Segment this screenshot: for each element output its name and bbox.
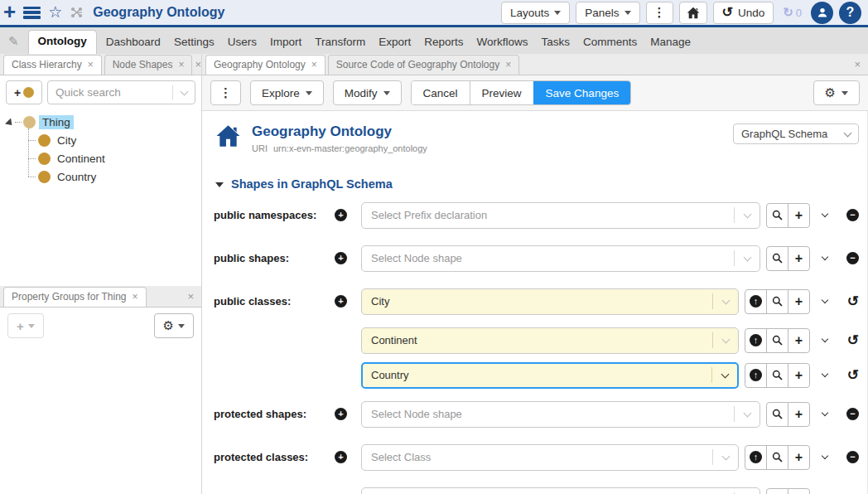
hamburger-menu-icon[interactable]: [23, 7, 41, 19]
collapse-chevron-icon[interactable]: [822, 336, 828, 342]
select-field[interactable]: Select Class: [361, 444, 739, 471]
nav-item-ontology[interactable]: Ontology: [28, 30, 97, 54]
open-resource-button[interactable]: ↑: [745, 328, 767, 353]
section-header[interactable]: Shapes in GraphQL Schema: [215, 177, 859, 191]
save-changes-button[interactable]: Save Changes: [533, 81, 631, 104]
search-button[interactable]: [766, 363, 788, 388]
circle-minus-icon[interactable]: −: [846, 252, 859, 264]
select-field[interactable]: Select Node shape: [361, 487, 760, 494]
open-resource-button[interactable]: ↑: [745, 289, 767, 314]
search-button[interactable]: [766, 289, 788, 314]
undo-icon[interactable]: ↺: [847, 295, 859, 308]
tree-item-label[interactable]: City: [54, 133, 80, 148]
select-chevron[interactable]: [713, 456, 738, 459]
close-icon[interactable]: ×: [88, 61, 94, 69]
favorite-star-icon[interactable]: ☆: [48, 5, 62, 20]
collapse-chevron-icon[interactable]: [822, 453, 828, 459]
circle-plus-icon[interactable]: +: [335, 451, 347, 463]
select-chevron[interactable]: [713, 300, 738, 303]
add-icon[interactable]: +: [3, 2, 16, 21]
tree-item-continent[interactable]: Continent: [28, 149, 201, 167]
add-button[interactable]: +: [788, 328, 810, 353]
user-avatar[interactable]: [811, 2, 833, 24]
select-field[interactable]: City: [361, 288, 739, 315]
nav-item-import[interactable]: Import: [263, 31, 308, 54]
circle-plus-icon[interactable]: +: [335, 408, 347, 420]
nav-item-users[interactable]: Users: [221, 31, 263, 54]
search-button[interactable]: [766, 445, 788, 470]
circle-minus-icon[interactable]: −: [846, 209, 859, 221]
select-field[interactable]: Country: [361, 362, 739, 389]
collapse-chevron-icon[interactable]: [822, 409, 828, 416]
select-field[interactable]: Continent: [361, 327, 739, 354]
nav-item-settings[interactable]: Settings: [167, 31, 221, 54]
collapse-chevron-icon[interactable]: [822, 211, 828, 217]
home-button[interactable]: [679, 2, 707, 24]
undo-icon[interactable]: ↺: [847, 334, 859, 346]
nav-item-export[interactable]: Export: [372, 31, 417, 54]
close-icon[interactable]: ×: [311, 61, 317, 69]
open-resource-button[interactable]: ↑: [745, 363, 767, 388]
help-button[interactable]: ?: [839, 2, 861, 24]
explore-button[interactable]: Explore: [250, 80, 324, 105]
select-field[interactable]: Select Node shape: [361, 401, 760, 428]
add-button[interactable]: +: [788, 445, 810, 470]
expand-triangle-icon[interactable]: [5, 118, 15, 128]
tab-property-groups[interactable]: Property Groups for Thing ×: [3, 287, 147, 307]
tree-item-label[interactable]: Country: [54, 170, 99, 184]
add-button[interactable]: +: [788, 289, 810, 314]
panels-button[interactable]: Panels: [576, 2, 639, 24]
settings-button[interactable]: ⚙: [813, 80, 860, 105]
add-button[interactable]: +: [788, 402, 810, 427]
circle-plus-icon[interactable]: +: [335, 209, 347, 221]
select-chevron[interactable]: [713, 339, 738, 342]
undo-icon[interactable]: ↺: [847, 369, 859, 381]
select-chevron[interactable]: [712, 374, 737, 377]
collapse-chevron-icon[interactable]: [822, 297, 828, 303]
cancel-button[interactable]: Cancel: [412, 81, 470, 104]
collapse-chevron-icon[interactable]: [822, 254, 828, 260]
close-icon[interactable]: ×: [505, 61, 511, 69]
settings-button[interactable]: ⚙: [154, 313, 194, 338]
nav-item-manage[interactable]: Manage: [644, 31, 697, 54]
search-button[interactable]: [766, 328, 788, 353]
circle-minus-icon[interactable]: −: [846, 408, 859, 420]
search-input[interactable]: [48, 86, 172, 99]
add-property-group-button[interactable]: +: [7, 313, 44, 338]
select-chevron[interactable]: [735, 257, 760, 260]
tree-item-label[interactable]: Continent: [54, 152, 108, 166]
more-options-button[interactable]: ⋮: [646, 2, 673, 24]
modify-button[interactable]: Modify: [333, 80, 402, 105]
circle-plus-icon[interactable]: +: [335, 252, 347, 264]
select-chevron[interactable]: [735, 413, 760, 416]
tab-node-shapes[interactable]: Node Shapes×: [104, 55, 193, 75]
close-icon[interactable]: ×: [133, 293, 138, 301]
search-button[interactable]: [766, 402, 788, 427]
add-button[interactable]: +: [788, 203, 810, 228]
nav-item-dashboard[interactable]: Dashboard: [99, 31, 167, 54]
circle-minus-icon[interactable]: −: [846, 451, 859, 463]
tree-item-label[interactable]: Thing: [39, 115, 74, 129]
add-button[interactable]: +: [788, 363, 810, 388]
tree-item-country[interactable]: Country: [28, 167, 201, 186]
close-icon[interactable]: ×: [178, 61, 184, 69]
tab-geography-ontology[interactable]: Geography Ontology×: [205, 55, 326, 75]
panel-close-icon[interactable]: ×: [187, 290, 201, 307]
search-options-button[interactable]: [173, 91, 195, 94]
layouts-button[interactable]: Layouts: [501, 2, 570, 24]
schema-select[interactable]: GraphQL Schema: [733, 124, 859, 144]
nav-item-workflows[interactable]: Workflows: [470, 31, 535, 54]
select-field[interactable]: Select Prefix declaration: [361, 202, 760, 229]
select-chevron[interactable]: [735, 214, 760, 217]
tab-class-hierarchy[interactable]: Class Hierarchy×: [3, 55, 102, 75]
search-button[interactable]: [766, 246, 788, 271]
open-resource-button[interactable]: ↑: [745, 445, 767, 470]
panel-close-icon[interactable]: ×: [854, 58, 868, 75]
circle-plus-icon[interactable]: +: [335, 295, 347, 308]
select-field[interactable]: Select Node shape: [361, 245, 760, 272]
add-button[interactable]: +: [788, 488, 810, 494]
add-class-button[interactable]: +: [6, 80, 42, 104]
search-button[interactable]: [766, 488, 788, 494]
nav-item-comments[interactable]: Comments: [576, 31, 644, 54]
nav-item-transform[interactable]: Transform: [308, 31, 372, 54]
